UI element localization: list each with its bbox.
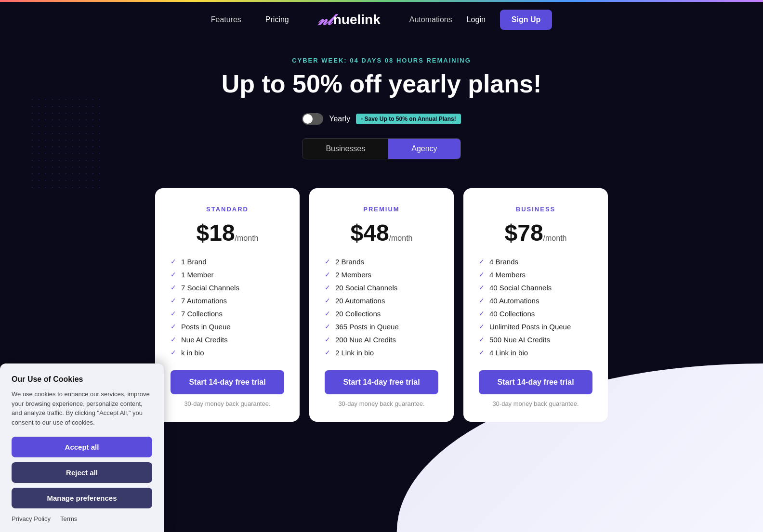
billing-toggle-row: Yearly - Save Up to 50% on Annual Plans! <box>10 113 753 125</box>
premium-plan-label: PREMIUM <box>325 206 438 213</box>
business-money-back: 30-day money back guarantee. <box>479 400 592 407</box>
nav-features[interactable]: Features <box>211 15 241 24</box>
premium-price-period: /month <box>389 234 413 242</box>
check-icon: ✓ <box>325 349 330 356</box>
logo-text: nuelink <box>333 12 381 27</box>
check-icon: ✓ <box>171 336 176 343</box>
reject-all-button[interactable]: Reject all <box>12 462 152 483</box>
list-item: ✓4 Link in bio <box>479 349 592 357</box>
standard-plan-label: STANDARD <box>171 206 284 213</box>
nav-right: Automations Login Sign Up <box>409 10 553 30</box>
tabs-container: Businesses Agency <box>302 138 460 159</box>
check-icon: ✓ <box>171 284 176 291</box>
check-icon: ✓ <box>325 310 330 317</box>
list-item: ✓4 Members <box>479 271 592 279</box>
list-item: ✓2 Link in bio <box>325 349 438 357</box>
nav-logo[interactable]: 𝓃𝓁 nuelink <box>318 11 381 29</box>
list-item: ✓Posts in Queue <box>171 323 284 331</box>
premium-price: $48/month <box>325 220 438 246</box>
plan-type-tabs: Businesses Agency <box>10 138 753 159</box>
standard-trial-button[interactable]: Start 14-day free trial <box>171 370 284 394</box>
cookie-title: Our Use of Cookies <box>12 375 152 384</box>
accept-all-button[interactable]: Accept all <box>12 437 152 457</box>
manage-preferences-button[interactable]: Manage preferences <box>12 488 152 508</box>
nav-automations[interactable]: Automations <box>409 15 452 24</box>
standard-price-amount: $18 <box>196 220 235 246</box>
list-item: ✓Unlimited Posts in Queue <box>479 323 592 331</box>
list-item: ✓20 Social Channels <box>325 284 438 292</box>
save-badge: - Save Up to 50% on Annual Plans! <box>356 114 461 124</box>
standard-price-period: /month <box>235 234 259 242</box>
tab-businesses[interactable]: Businesses <box>303 139 388 159</box>
check-icon: ✓ <box>171 271 176 278</box>
list-item: ✓365 Posts in Queue <box>325 323 438 331</box>
check-icon: ✓ <box>479 323 485 330</box>
business-plan-card: BUSINESS $78/month ✓4 Brands ✓4 Members … <box>463 188 608 422</box>
list-item: ✓500 Nue AI Credits <box>479 336 592 344</box>
toggle-label: Yearly <box>329 115 350 123</box>
toggle-knob <box>303 114 313 124</box>
premium-feature-list: ✓2 Brands ✓2 Members ✓20 Social Channels… <box>325 258 438 357</box>
nav-links: Features Pricing <box>211 15 289 24</box>
check-icon: ✓ <box>325 297 330 304</box>
check-icon: ✓ <box>479 336 485 343</box>
check-icon: ✓ <box>171 349 176 356</box>
check-icon: ✓ <box>325 284 330 291</box>
check-icon: ✓ <box>325 323 330 330</box>
cookie-banner: Our Use of Cookies We use cookies to enh… <box>0 363 164 532</box>
premium-money-back: 30-day money back guarantee. <box>325 400 438 407</box>
business-price-amount: $78 <box>504 220 543 246</box>
list-item: ✓2 Brands <box>325 258 438 266</box>
check-icon: ✓ <box>325 271 330 278</box>
list-item: ✓7 Collections <box>171 310 284 318</box>
check-icon: ✓ <box>171 258 176 265</box>
logo-icon: 𝓃𝓁 <box>318 11 331 29</box>
hero-section: CYBER WEEK: 04 DAYS 08 HOURS REMAINING U… <box>0 38 763 188</box>
list-item: ✓20 Automations <box>325 297 438 305</box>
list-item: ✓4 Brands <box>479 258 592 266</box>
list-item: ✓k in bio <box>171 349 284 357</box>
list-item: ✓20 Collections <box>325 310 438 318</box>
hero-title: Up to 50% off yearly plans! <box>10 70 753 99</box>
check-icon: ✓ <box>479 297 485 304</box>
check-icon: ✓ <box>479 310 485 317</box>
standard-feature-list: ✓1 Brand ✓1 Member ✓7 Social Channels ✓7… <box>171 258 284 357</box>
yearly-toggle[interactable] <box>302 113 323 125</box>
premium-plan-card: PREMIUM $48/month ✓2 Brands ✓2 Members ✓… <box>309 188 454 422</box>
list-item: ✓7 Social Channels <box>171 284 284 292</box>
business-feature-list: ✓4 Brands ✓4 Members ✓40 Social Channels… <box>479 258 592 357</box>
check-icon: ✓ <box>171 323 176 330</box>
login-button[interactable]: Login <box>467 15 486 24</box>
signup-button[interactable]: Sign Up <box>500 10 552 30</box>
list-item: ✓40 Automations <box>479 297 592 305</box>
list-item: ✓Nue AI Credits <box>171 336 284 344</box>
standard-plan-card: STANDARD $18/month ✓1 Brand ✓1 Member ✓7… <box>155 188 300 422</box>
list-item: ✓7 Automations <box>171 297 284 305</box>
premium-price-amount: $48 <box>350 220 389 246</box>
business-plan-label: BUSINESS <box>479 206 592 213</box>
list-item: ✓40 Collections <box>479 310 592 318</box>
check-icon: ✓ <box>171 297 176 304</box>
terms-link[interactable]: Terms <box>60 515 77 522</box>
standard-money-back: 30-day money back guarantee. <box>171 400 284 407</box>
cyber-badge: CYBER WEEK: 04 DAYS 08 HOURS REMAINING <box>10 57 753 64</box>
tab-agency[interactable]: Agency <box>388 139 460 159</box>
list-item: ✓1 Member <box>171 271 284 279</box>
navigation: Features Pricing 𝓃𝓁 nuelink Automations … <box>0 2 763 38</box>
nav-pricing[interactable]: Pricing <box>265 15 289 24</box>
premium-trial-button[interactable]: Start 14-day free trial <box>325 370 438 394</box>
check-icon: ✓ <box>479 284 485 291</box>
privacy-policy-link[interactable]: Privacy Policy <box>12 515 51 522</box>
check-icon: ✓ <box>479 271 485 278</box>
check-icon: ✓ <box>325 258 330 265</box>
check-icon: ✓ <box>479 349 485 356</box>
standard-price: $18/month <box>171 220 284 246</box>
cookie-footer: Privacy Policy Terms <box>12 515 152 522</box>
cookie-description: We use cookies to enhance our services, … <box>12 389 152 427</box>
check-icon: ✓ <box>325 336 330 343</box>
business-trial-button[interactable]: Start 14-day free trial <box>479 370 592 394</box>
list-item: ✓2 Members <box>325 271 438 279</box>
list-item: ✓200 Nue AI Credits <box>325 336 438 344</box>
check-icon: ✓ <box>479 258 485 265</box>
check-icon: ✓ <box>171 310 176 317</box>
